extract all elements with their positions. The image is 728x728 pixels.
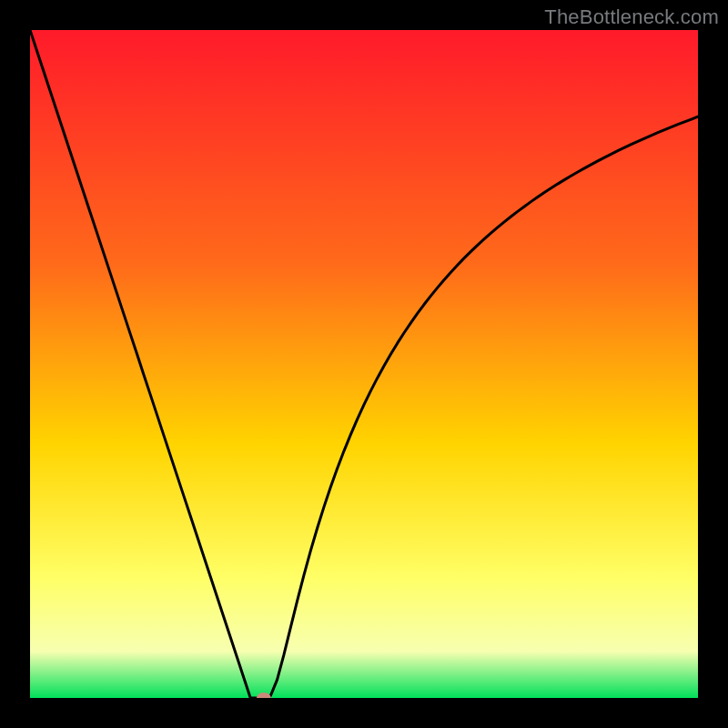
gradient-background (30, 30, 698, 698)
plot-area (30, 30, 698, 698)
watermark-text: TheBottleneck.com (544, 5, 719, 29)
chart-stage: TheBottleneck.com (0, 0, 728, 728)
plot-svg (30, 30, 698, 698)
